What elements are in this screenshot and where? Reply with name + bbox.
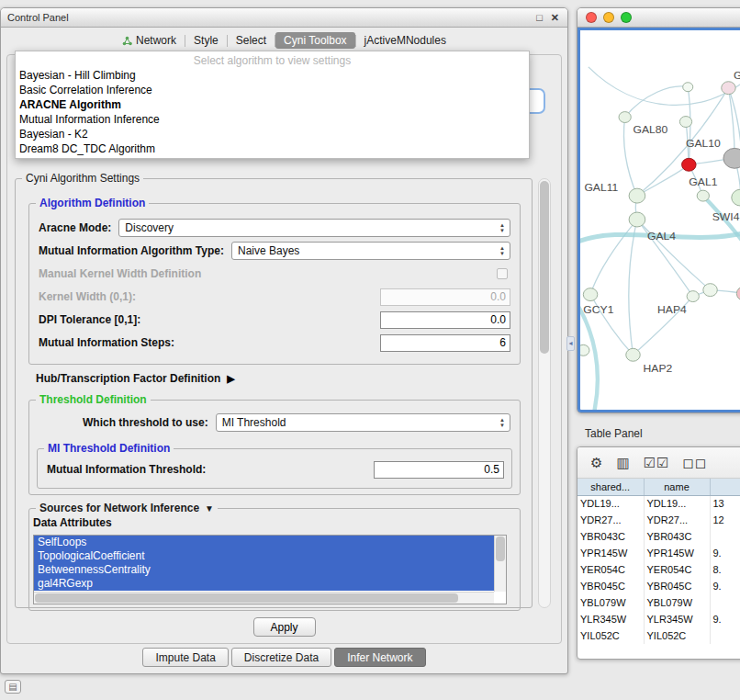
mi-threshold-field[interactable] bbox=[374, 461, 504, 479]
network-node[interactable] bbox=[687, 291, 699, 302]
network-node[interactable] bbox=[580, 344, 589, 356]
network-node-hap2[interactable] bbox=[626, 348, 640, 361]
table-cell[interactable]: YBL079W bbox=[577, 594, 644, 611]
manual-kernel-checkbox[interactable] bbox=[497, 268, 508, 279]
apply-button[interactable]: Apply bbox=[253, 617, 316, 637]
table-cell[interactable]: YPR145W bbox=[644, 545, 710, 561]
network-edge[interactable] bbox=[637, 164, 689, 196]
table-cell[interactable]: YDR27... bbox=[577, 512, 644, 528]
table-cell[interactable]: YLR345W bbox=[644, 611, 710, 627]
close-window-icon[interactable]: ✕ bbox=[551, 12, 559, 24]
bottom-tab-discretize-data[interactable]: Discretize Data bbox=[231, 648, 331, 667]
algorithm-option-bayesian-k2[interactable]: Bayesian - K2 bbox=[16, 127, 529, 141]
table-cell[interactable]: YIL052C bbox=[577, 627, 644, 644]
sources-legend[interactable]: Sources for Network Inference▼ bbox=[36, 502, 218, 514]
network-node-gal11[interactable] bbox=[629, 188, 645, 203]
settings-scrollbar-thumb[interactable] bbox=[540, 181, 549, 354]
hub-definition-toggle[interactable]: Hub/Transcription Factor Definition ▶ bbox=[36, 372, 235, 385]
table-cell[interactable]: 13 bbox=[710, 495, 740, 512]
column-header[interactable] bbox=[710, 479, 740, 495]
tab-jactivemnodules[interactable]: jActiveMNodules bbox=[356, 32, 454, 49]
network-node-gal4[interactable] bbox=[629, 212, 645, 227]
network-edge[interactable] bbox=[590, 295, 633, 356]
network-node[interactable] bbox=[683, 83, 693, 92]
show-columns-icon[interactable]: ▥ bbox=[616, 455, 630, 471]
network-node-swi4[interactable] bbox=[732, 189, 740, 206]
float-window-icon[interactable]: □ bbox=[536, 12, 543, 24]
data-attribute-item[interactable]: gal4RGexp bbox=[34, 577, 494, 591]
zoom-traffic-light[interactable] bbox=[621, 12, 632, 23]
table-cell[interactable] bbox=[710, 594, 740, 611]
tab-select[interactable]: Select bbox=[228, 32, 275, 49]
kernel-width-field[interactable] bbox=[380, 288, 510, 306]
table-cell[interactable] bbox=[710, 627, 740, 644]
table-cell[interactable] bbox=[710, 528, 740, 545]
network-node-gcy1[interactable] bbox=[583, 288, 597, 301]
table-row[interactable]: YIL052CYIL052C bbox=[577, 627, 740, 644]
bottom-tab-impute-data[interactable]: Impute Data bbox=[142, 648, 228, 667]
network-node[interactable] bbox=[679, 117, 691, 128]
algorithm-option-bayesian-hill-climbing[interactable]: Bayesian - Hill Climbing bbox=[16, 68, 529, 83]
table-cell[interactable]: YDR27... bbox=[644, 512, 710, 528]
table-cell[interactable]: YIL052C bbox=[644, 627, 710, 644]
tab-style[interactable]: Style bbox=[185, 32, 227, 49]
table-cell[interactable]: YBL079W bbox=[644, 594, 710, 611]
table-cell[interactable]: 12 bbox=[710, 512, 740, 528]
table-cell[interactable]: YBR043C bbox=[644, 528, 710, 545]
settings-scrollbar[interactable] bbox=[538, 178, 551, 608]
network-node-gal[interactable] bbox=[722, 82, 735, 95]
column-header[interactable]: name bbox=[644, 479, 710, 495]
table-row[interactable]: YBR043CYBR043C bbox=[577, 528, 740, 545]
network-node[interactable] bbox=[723, 148, 740, 168]
attr-list-vscrollbar[interactable] bbox=[494, 536, 506, 592]
data-attribute-item[interactable]: TopologicalCoefficient bbox=[34, 549, 494, 563]
network-edge[interactable] bbox=[580, 303, 598, 410]
column-header[interactable]: shared... bbox=[577, 479, 644, 495]
control-panel-titlebar[interactable]: Control Panel □ ✕ bbox=[1, 8, 567, 28]
tab-cyni-toolbox[interactable]: Cyni Toolbox bbox=[275, 32, 354, 49]
network-node-gal80[interactable] bbox=[619, 112, 631, 123]
which-threshold-select[interactable]: MI Threshold bbox=[216, 413, 510, 432]
algorithm-option-aracne-algorithm[interactable]: ARACNE Algorithm bbox=[16, 97, 529, 112]
table-cell[interactable]: YDL19... bbox=[577, 495, 644, 512]
bottom-tab-infer-network[interactable]: Infer Network bbox=[334, 648, 425, 667]
table-row[interactable]: YER054CYER054C8. bbox=[577, 561, 740, 578]
network-edge[interactable] bbox=[589, 67, 740, 106]
close-traffic-light[interactable] bbox=[586, 12, 597, 23]
network-window-titlebar[interactable] bbox=[577, 8, 740, 28]
settings-gear-icon[interactable]: ⚙ bbox=[590, 455, 603, 471]
splitter-collapse-icon[interactable]: ◂ bbox=[566, 336, 575, 351]
table-cell[interactable]: YDL19... bbox=[644, 495, 710, 512]
table-cell[interactable]: YBR045C bbox=[577, 578, 644, 594]
network-edge[interactable] bbox=[590, 220, 637, 295]
table-cell[interactable]: YPR145W bbox=[577, 545, 644, 561]
tab-network[interactable]: Network bbox=[114, 32, 185, 49]
table-row[interactable]: YDR27...YDR27...12 bbox=[577, 512, 740, 528]
table-cell[interactable]: YER054C bbox=[644, 561, 710, 578]
mi-type-select[interactable]: Naive Bayes bbox=[231, 242, 510, 260]
table-cell[interactable]: 9. bbox=[710, 578, 740, 594]
network-edge[interactable] bbox=[703, 196, 740, 259]
table-cell[interactable]: YBR043C bbox=[577, 528, 644, 545]
mi-steps-field[interactable] bbox=[380, 334, 510, 352]
network-node-y[interactable] bbox=[736, 287, 740, 301]
panel-dock-icon[interactable]: ▤ bbox=[5, 680, 21, 694]
network-canvas[interactable]: GALGAL80GAL10GAL11GAL1SWI4GAL4GCY1HAP4YH… bbox=[577, 28, 740, 412]
select-all-icon[interactable]: ☑☑ bbox=[644, 455, 670, 471]
table-row[interactable]: YBL079WYBL079W bbox=[577, 594, 740, 611]
attr-list-hscrollbar[interactable] bbox=[34, 592, 494, 604]
table-cell[interactable]: 8. bbox=[710, 561, 740, 578]
table-row[interactable]: YBR045CYBR045C9. bbox=[577, 578, 740, 594]
network-edge[interactable] bbox=[629, 220, 637, 355]
table-row[interactable]: YPR145WYPR145W9. bbox=[577, 545, 740, 561]
table-cell[interactable]: YBR045C bbox=[644, 578, 710, 594]
data-attributes-list[interactable]: SelfLoopsTopologicalCoefficientBetweenne… bbox=[33, 535, 507, 604]
table-cell[interactable]: 9. bbox=[710, 611, 740, 627]
table-row[interactable]: YDL19...YDL19...13 bbox=[577, 495, 740, 512]
dpi-tolerance-field[interactable] bbox=[380, 311, 510, 329]
network-edge[interactable] bbox=[625, 86, 689, 118]
algorithm-option-mutual-information-inference[interactable]: Mutual Information Inference bbox=[16, 112, 529, 127]
table-cell[interactable]: 9. bbox=[710, 545, 740, 561]
data-attribute-item[interactable]: SelfLoops bbox=[34, 536, 494, 549]
clear-selection-icon[interactable]: ◻◻ bbox=[683, 455, 708, 471]
